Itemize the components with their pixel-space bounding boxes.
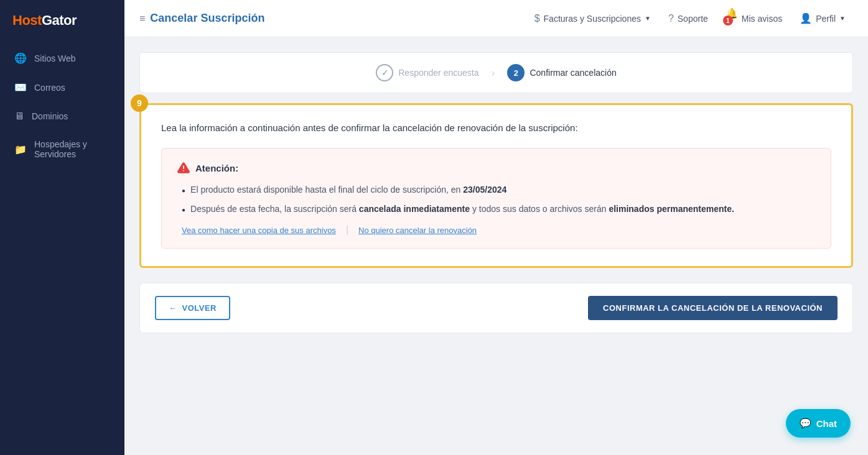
nav-facturas-label: Facturas y Suscripciones — [544, 14, 641, 24]
nav-soporte[interactable]: ? Soporte — [661, 8, 716, 29]
alert-box: Atención: El producto estará disponible … — [161, 148, 831, 249]
sidebar-item-sitios-web[interactable]: 🌐 Sitios Web — [0, 44, 124, 73]
nav-perfil-label: Perfil — [816, 14, 836, 24]
user-icon: 👤 — [800, 12, 812, 24]
confirm-button[interactable]: CONFIRMAR LA CANCELACIÓN DE LA RENOVACIÓ… — [588, 296, 838, 320]
page-title-area: ≡ Cancelar Suscripción — [139, 12, 264, 25]
nav-soporte-label: Soporte — [678, 14, 708, 24]
help-icon: ? — [668, 13, 674, 24]
main-panel: Lea la información a continuación antes … — [139, 103, 853, 268]
warning-icon — [177, 161, 190, 175]
chat-label: Chat — [816, 418, 837, 429]
brand-logo: HostGator — [0, 0, 124, 44]
brand-name-part1: Host — [12, 12, 42, 28]
header: ≡ Cancelar Suscripción $ Facturas y Susc… — [124, 0, 868, 37]
step2-number: 2 — [514, 68, 518, 78]
sidebar-item-dominios[interactable]: 🖥 Dominios — [0, 102, 124, 131]
no-cancel-link[interactable]: No quiero cancelar la renovación — [358, 226, 477, 235]
steps-bar: ✓ Responder encuesta › 2 Confirmar cance… — [139, 52, 853, 93]
back-button[interactable]: ← VOLVER — [155, 296, 230, 320]
step1-label: Responder encuesta — [398, 68, 478, 78]
sidebar-item-label: Dominios — [32, 111, 68, 121]
step1-check: ✓ — [381, 68, 388, 78]
content-area: ✓ Responder encuesta › 2 Confirmar cance… — [124, 37, 868, 455]
back-arrow-icon: ← — [169, 303, 177, 313]
sidebar-item-correos[interactable]: ✉️ Correos — [0, 73, 124, 102]
alert-item-2-text: Después de esta fecha, la suscripción se… — [190, 203, 734, 216]
alert-title: Atención: — [195, 163, 238, 173]
sidebar-item-label: Correos — [34, 83, 65, 93]
nav-avisos-label: Mis avisos — [742, 14, 782, 24]
chat-icon: 💬 — [800, 418, 811, 429]
step-separator: › — [491, 67, 495, 80]
step-2: 2 Confirmar cancelación — [507, 64, 616, 81]
dollar-icon: $ — [534, 13, 540, 24]
step2-label: Confirmar cancelación — [530, 68, 616, 78]
sidebar-item-label: Sitios Web — [34, 53, 76, 63]
globe-icon: 🌐 — [14, 52, 27, 64]
sidebar-item-label: Hospedajes y Servidores — [34, 139, 112, 159]
panel-intro: Lea la información a continuación antes … — [161, 122, 831, 133]
chevron-down-icon: ▼ — [839, 15, 846, 22]
copy-files-link[interactable]: Vea como hacer una copia de sus archivos — [182, 226, 336, 235]
alert-bold-2: eliminados permanentemente. — [609, 204, 734, 214]
sidebar-nav: 🌐 Sitios Web ✉️ Correos 🖥 Dominios 📁 Hos… — [0, 44, 124, 168]
step-1: ✓ Responder encuesta — [376, 64, 478, 81]
step-badge: 9 — [131, 94, 148, 112]
footer-actions: ← VOLVER CONFIRMAR LA CANCELACIÓN DE LA … — [139, 283, 853, 333]
alert-list: El producto estará disponible hasta el f… — [177, 183, 816, 216]
main-panel-wrapper: 9 Lea la información a continuación ante… — [139, 103, 853, 268]
link-separator: | — [346, 224, 348, 236]
page-title-icon: ≡ — [139, 13, 145, 24]
nav-perfil[interactable]: 👤 Perfil ▼ — [792, 7, 853, 29]
chevron-down-icon: ▼ — [645, 15, 651, 22]
brand-name-part2: Gator — [42, 12, 77, 28]
nav-avisos[interactable]: 🔔 1 Mis avisos — [718, 2, 790, 34]
alert-item-2: Después de esta fecha, la suscripción se… — [182, 203, 816, 216]
chat-button[interactable]: 💬 Chat — [786, 409, 851, 438]
alert-date: 23/05/2024 — [463, 185, 506, 195]
alert-item-1: El producto estará disponible hasta el f… — [182, 183, 816, 196]
step1-circle: ✓ — [376, 64, 393, 81]
notification-badge: 1 — [723, 16, 733, 25]
main-area: ≡ Cancelar Suscripción $ Facturas y Susc… — [124, 0, 868, 455]
sidebar-item-hospedajes[interactable]: 📁 Hospedajes y Servidores — [0, 131, 124, 168]
monitor-icon: 🖥 — [14, 111, 24, 122]
step2-circle: 2 — [507, 64, 525, 81]
nav-facturas[interactable]: $ Facturas y Suscripciones ▼ — [527, 8, 658, 29]
alert-links: Vea como hacer una copia de sus archivos… — [177, 224, 816, 236]
alert-bold-1: cancelada inmediatamente — [359, 204, 470, 214]
folder-icon: 📁 — [14, 144, 27, 155]
alert-header: Atención: — [177, 161, 816, 175]
svg-point-1 — [183, 170, 184, 172]
back-label: VOLVER — [182, 303, 217, 313]
page-title: Cancelar Suscripción — [150, 12, 264, 25]
header-nav: $ Facturas y Suscripciones ▼ ? Soporte 🔔… — [527, 2, 853, 34]
mail-icon: ✉️ — [14, 81, 27, 93]
alert-item-1-text: El producto estará disponible hasta el f… — [190, 183, 506, 196]
sidebar: HostGator 🌐 Sitios Web ✉️ Correos 🖥 Domi… — [0, 0, 124, 455]
